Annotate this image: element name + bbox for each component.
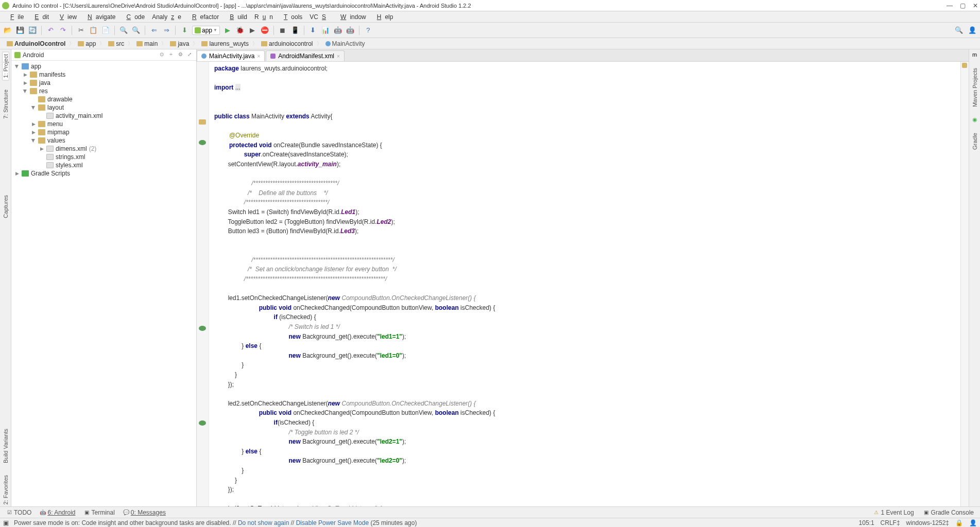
gutter-override-icon[interactable]: [199, 140, 206, 145]
menu-help[interactable]: Help: [370, 12, 397, 22]
menu-edit[interactable]: Edit: [27, 12, 53, 22]
status-link-dismiss[interactable]: Do not show again: [238, 519, 289, 526]
menu-code[interactable]: Code: [119, 12, 148, 22]
user-icon[interactable]: 👤: [968, 26, 977, 35]
menu-build[interactable]: Build: [222, 12, 251, 22]
rail-gradle[interactable]: Gradle: [972, 131, 978, 152]
tool-messages[interactable]: 💬0: Messages: [120, 508, 169, 517]
undo-icon[interactable]: ↶: [46, 26, 55, 35]
tree-arrow-icon[interactable]: ▶: [31, 121, 36, 127]
tree-item[interactable]: ▶values: [11, 136, 196, 145]
crumb[interactable]: laurens_wuyts: [198, 40, 252, 48]
paste-icon[interactable]: 📄: [101, 26, 110, 35]
stop-icon[interactable]: ◼: [278, 26, 287, 35]
search-icon[interactable]: 🔍: [954, 26, 964, 35]
tree-item[interactable]: drawable: [11, 95, 196, 103]
redo-icon[interactable]: ↷: [58, 26, 67, 35]
menu-tools[interactable]: Tools: [277, 12, 306, 22]
tree-item[interactable]: ▶Gradle Scripts: [11, 169, 196, 178]
rail-project[interactable]: 1: Project: [2, 51, 9, 80]
maximize-button[interactable]: ▢: [960, 2, 966, 9]
menu-analyze[interactable]: Analyze: [148, 12, 185, 22]
run-config-selector[interactable]: app ▼: [192, 26, 220, 35]
forward-icon[interactable]: ⇒: [162, 26, 171, 35]
gutter-impl-icon[interactable]: [199, 326, 206, 331]
divider-icon[interactable]: ÷: [167, 51, 175, 59]
tool-android[interactable]: 🤖6: Android: [37, 508, 78, 517]
tree-arrow-icon[interactable]: ▶: [31, 138, 36, 143]
hide-icon[interactable]: ⤢: [186, 51, 193, 59]
tool-terminal[interactable]: ▣Terminal: [81, 508, 118, 517]
status-icon[interactable]: ▣: [3, 519, 9, 526]
tree-arrow-icon[interactable]: ▶: [23, 89, 28, 94]
minimize-button[interactable]: —: [947, 2, 953, 9]
caret-position[interactable]: 105:1: [859, 519, 874, 526]
menu-view[interactable]: View: [53, 12, 80, 22]
copy-icon[interactable]: 📋: [89, 26, 98, 35]
tree-item[interactable]: ▶dimens.xml (2): [11, 145, 196, 153]
tree-item[interactable]: styles.xml: [11, 161, 196, 169]
run-icon[interactable]: ▶: [223, 26, 232, 35]
menu-navigate[interactable]: Navigate: [80, 12, 119, 22]
tree-item[interactable]: ▶app: [11, 62, 196, 71]
file-encoding[interactable]: windows-1252‡: [906, 519, 949, 526]
menu-file[interactable]: File: [3, 12, 27, 22]
crumb[interactable]: MainActivity: [322, 40, 369, 48]
project-tree[interactable]: ▶app▶manifests▶java▶resdrawable▶layoutac…: [11, 61, 196, 506]
replace-icon[interactable]: 🔍: [131, 26, 141, 35]
tree-item[interactable]: ▶res: [11, 87, 196, 95]
code-editor[interactable]: package laurens_wuyts.arduinoiocontrol; …: [197, 62, 969, 506]
tree-arrow-icon[interactable]: ▶: [23, 80, 28, 85]
tree-item[interactable]: ▶mipmap: [11, 128, 196, 136]
tool-todo[interactable]: ☑TODO: [3, 508, 35, 517]
tool-gradle-console[interactable]: ▣Gradle Console: [920, 508, 977, 517]
tree-arrow-icon[interactable]: ▶: [14, 64, 20, 69]
sync-icon[interactable]: 🔄: [28, 26, 37, 35]
line-separator[interactable]: CRLF‡: [881, 519, 900, 526]
android-debug-icon[interactable]: 🤖: [346, 26, 355, 35]
collapse-icon[interactable]: ⊙: [158, 51, 165, 59]
tree-item[interactable]: ▶manifests: [11, 71, 196, 79]
find-icon[interactable]: 🔍: [119, 26, 128, 35]
gutter-class-icon[interactable]: [199, 119, 206, 125]
rail-captures[interactable]: Captures: [3, 193, 9, 220]
menu-window[interactable]: Window: [333, 12, 370, 22]
monitor-icon[interactable]: 📊: [321, 26, 330, 35]
editor-scrollbar[interactable]: [960, 62, 969, 506]
sidebar-title[interactable]: Android: [23, 51, 156, 59]
tree-arrow-icon[interactable]: ▶: [31, 130, 36, 135]
menu-vcs[interactable]: VCS: [306, 12, 333, 22]
rail-structure[interactable]: 7: Structure: [3, 87, 9, 121]
rail-build-variants[interactable]: Build Variants: [3, 427, 9, 465]
open-icon[interactable]: 📂: [3, 26, 12, 35]
tree-arrow-icon[interactable]: ▶: [23, 72, 28, 77]
attach-icon[interactable]: ⛔: [260, 26, 269, 35]
crumb[interactable]: main: [133, 40, 161, 48]
crumb[interactable]: arduinoiocontrol: [257, 40, 316, 48]
status-link-disable[interactable]: Disable Power Save Mode: [296, 519, 369, 526]
android-icon[interactable]: 🤖: [333, 26, 342, 35]
coverage-icon[interactable]: ▶: [248, 26, 257, 35]
tab-manifest[interactable]: AndroidManifest.xml ×: [266, 50, 345, 61]
close-tab-icon[interactable]: ×: [257, 54, 260, 59]
tree-item[interactable]: activity_main.xml: [11, 112, 196, 120]
gutter-impl-icon[interactable]: [199, 420, 206, 426]
hector-icon[interactable]: 👤: [969, 519, 977, 526]
gutter[interactable]: [197, 62, 209, 506]
tree-item[interactable]: strings.xml: [11, 153, 196, 161]
tree-item[interactable]: ▶java: [11, 79, 196, 87]
close-button[interactable]: ✕: [973, 2, 978, 9]
help-icon[interactable]: ?: [364, 26, 373, 35]
tool-event-log[interactable]: ⚠1 Event Log: [870, 508, 917, 517]
rail-maven[interactable]: Maven Projects: [972, 66, 978, 109]
warning-indicator-icon[interactable]: [962, 63, 967, 68]
debug-icon[interactable]: 🐞: [235, 26, 245, 35]
tree-arrow-icon[interactable]: ▶: [39, 146, 44, 151]
tree-item[interactable]: ▶layout: [11, 103, 196, 112]
menu-run[interactable]: Run: [251, 12, 277, 22]
crumb[interactable]: ArduinoIOcontrol: [3, 40, 69, 48]
crumb[interactable]: app: [74, 40, 99, 48]
avd-icon[interactable]: 📱: [290, 26, 300, 35]
crumb[interactable]: java: [166, 40, 193, 48]
tree-item[interactable]: ▶menu: [11, 120, 196, 128]
